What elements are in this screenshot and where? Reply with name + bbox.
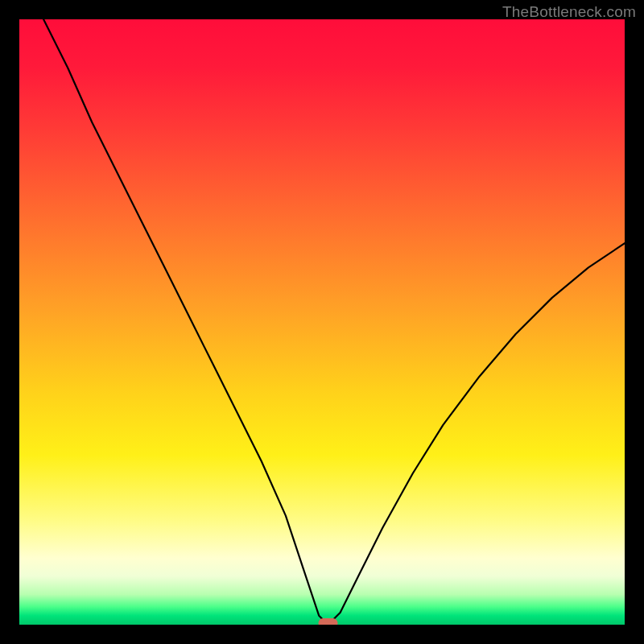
- watermark-text: TheBottleneck.com: [502, 3, 636, 21]
- plot-area: [19, 19, 625, 625]
- curve-layer: [19, 19, 625, 625]
- minimum-marker: [319, 618, 338, 625]
- chart-frame: TheBottleneck.com: [0, 0, 644, 644]
- bottleneck-curve: [43, 19, 625, 625]
